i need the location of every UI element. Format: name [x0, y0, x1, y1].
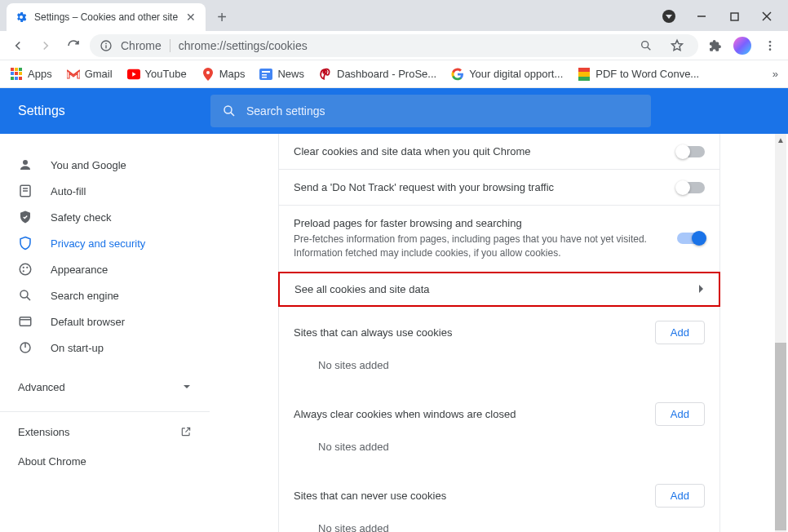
reload-button[interactable]	[62, 34, 85, 57]
sidebar-item-label: Appearance	[51, 264, 108, 276]
bookmark-dashboard[interactable]: Dashboard - ProSe...	[319, 68, 436, 81]
extensions-puzzle-icon[interactable]	[703, 34, 726, 57]
bookmark-gmail[interactable]: Gmail	[67, 68, 113, 81]
search-settings-box[interactable]	[210, 95, 651, 127]
bookmark-star-icon[interactable]	[666, 34, 688, 57]
svg-point-31	[26, 267, 28, 268]
section-never-allow: Sites that can never use cookies Add No …	[279, 469, 719, 532]
site-info-icon[interactable]	[100, 39, 113, 52]
setting-sublabel: Pre-fetches information from pages, incl…	[294, 233, 666, 260]
toggle-do-not-track[interactable]	[677, 182, 705, 193]
apps-grid-icon	[10, 68, 23, 81]
bookmark-label: YouTube	[145, 68, 187, 80]
add-never-allow-button[interactable]: Add	[655, 484, 705, 508]
close-tab-icon[interactable]: ✕	[184, 11, 197, 24]
youtube-icon	[127, 68, 140, 81]
sidebar-item-label: Safety check	[51, 211, 111, 224]
setting-label: Send a 'Do Not Track' request with your …	[294, 181, 666, 193]
search-settings-input[interactable]	[246, 104, 640, 117]
see-all-cookies-row-highlighted: See all cookies and site data	[278, 272, 720, 307]
sidebar-item-autofill[interactable]: Auto-fill	[0, 178, 195, 204]
bookmark-digital[interactable]: Your digital opport...	[451, 68, 563, 81]
bookmark-apps[interactable]: Apps	[10, 68, 52, 81]
bookmarks-overflow-icon[interactable]: »	[773, 68, 778, 80]
minimize-icon[interactable]	[695, 10, 708, 23]
sidebar-advanced-toggle[interactable]: Advanced	[0, 370, 210, 403]
power-icon	[18, 340, 33, 355]
svg-point-10	[769, 44, 772, 47]
zoom-icon[interactable]	[635, 34, 657, 57]
external-link-icon	[180, 426, 192, 437]
settings-gear-icon	[15, 11, 28, 24]
gmail-icon	[67, 68, 80, 81]
svg-point-30	[23, 267, 24, 268]
tab-title: Settings – Cookies and other site	[34, 11, 178, 23]
setting-label: Clear cookies and site data when you qui…	[294, 145, 666, 157]
see-all-cookies-link[interactable]: See all cookies and site data	[280, 273, 719, 305]
close-window-icon[interactable]	[760, 10, 773, 23]
bookmark-pdf[interactable]: PDF to Word Conve...	[578, 68, 699, 81]
svg-line-8	[648, 47, 651, 50]
bookmark-label: PDF to Word Conve...	[595, 68, 699, 80]
sidebar-extensions[interactable]: Extensions	[0, 417, 210, 446]
sidebar-item-label: Search engine	[51, 290, 119, 302]
bookmark-youtube[interactable]: YouTube	[127, 68, 187, 81]
chevron-right-icon	[697, 284, 704, 294]
sidebar-item-you-and-google[interactable]: You and Google	[0, 152, 195, 178]
bookmark-label: Your digital opport...	[469, 68, 563, 80]
menu-dots-icon[interactable]	[759, 34, 781, 57]
profile-avatar-icon[interactable]	[731, 34, 754, 57]
omnibox[interactable]: Chrome chrome://settings/cookies	[90, 34, 698, 57]
sidebar-item-label: Auto-fill	[51, 185, 86, 197]
account-dropdown-icon[interactable]	[662, 10, 675, 23]
bookmark-label: Apps	[28, 68, 52, 80]
see-all-label: See all cookies and site data	[294, 283, 430, 295]
toggle-preload[interactable]	[677, 233, 705, 244]
empty-list-label: No sites added	[294, 508, 705, 532]
scroll-up-arrow-icon[interactable]: ▲	[775, 134, 786, 145]
sidebar-about[interactable]: About Chrome	[0, 446, 210, 476]
about-label: About Chrome	[18, 455, 86, 468]
address-bar: Chrome chrome://settings/cookies	[0, 31, 788, 60]
sidebar-item-label: Default browser	[51, 316, 125, 328]
section-always-allow: Sites that can always use cookies Add No…	[279, 306, 719, 388]
sidebar-item-search-engine[interactable]: Search engine	[0, 282, 195, 308]
add-clear-on-close-button[interactable]: Add	[655, 402, 705, 426]
browser-titlebar: Settings – Cookies and other site ✕ +	[0, 0, 788, 31]
sidebar-item-safety[interactable]: Safety check	[0, 204, 195, 230]
svg-line-34	[27, 297, 30, 300]
bookmark-maps[interactable]: Maps	[201, 68, 246, 81]
empty-list-label: No sites added	[294, 426, 705, 461]
scroll-thumb[interactable]	[775, 343, 786, 530]
svg-point-5	[105, 42, 107, 44]
svg-point-9	[769, 41, 772, 43]
sidebar-item-privacy[interactable]: Privacy and security	[0, 230, 195, 256]
scrollbar[interactable]: ▲ ▼	[775, 134, 786, 532]
empty-list-label: No sites added	[294, 344, 705, 379]
sidebar-item-default-browser[interactable]: Default browser	[0, 308, 195, 335]
bookmark-news[interactable]: News	[259, 68, 304, 81]
maximize-icon[interactable]	[728, 10, 741, 23]
new-tab-button[interactable]: +	[210, 6, 233, 29]
setting-label: Preload pages for faster browsing and se…	[294, 217, 666, 229]
bookmark-label: Maps	[219, 68, 246, 80]
news-icon	[259, 68, 272, 81]
add-always-allow-button[interactable]: Add	[655, 321, 705, 344]
toggle-clear-on-quit[interactable]	[677, 146, 705, 157]
pdf-icon	[578, 68, 591, 81]
bookmark-label: Dashboard - ProSe...	[337, 68, 436, 80]
svg-point-13	[206, 71, 210, 74]
sidebar-item-startup[interactable]: On start-up	[0, 335, 195, 361]
sidebar-item-appearance[interactable]: Appearance	[0, 256, 195, 282]
back-button[interactable]	[7, 34, 29, 57]
svg-rect-16	[262, 74, 267, 76]
svg-point-11	[769, 48, 772, 51]
search-engine-icon	[18, 288, 33, 303]
section-title: Sites that can always use cookies	[294, 326, 452, 339]
chevron-down-icon	[182, 382, 192, 392]
svg-rect-22	[578, 68, 590, 72]
setting-preload: Preload pages for faster browsing and se…	[279, 206, 719, 273]
browser-tab[interactable]: Settings – Cookies and other site ✕	[7, 3, 206, 31]
svg-point-25	[23, 160, 28, 165]
sidebar-divider	[0, 411, 210, 412]
